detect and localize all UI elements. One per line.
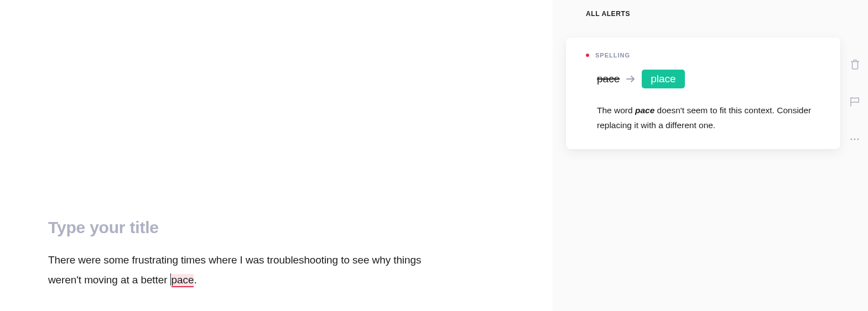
body-text[interactable]: There were some frustrating times where … bbox=[48, 250, 446, 290]
explanation-before: The word bbox=[597, 106, 635, 115]
more-icon bbox=[850, 138, 860, 141]
alert-category-label: SPELLING bbox=[595, 52, 630, 59]
suggestion-chip[interactable]: place bbox=[642, 70, 684, 88]
alert-wrap: SPELLING pace place The word pace doesn'… bbox=[553, 38, 868, 149]
original-word: pace bbox=[597, 73, 620, 85]
svg-point-1 bbox=[850, 138, 852, 140]
svg-point-3 bbox=[857, 138, 859, 140]
alerts-panel-header: ALL ALERTS bbox=[553, 10, 868, 18]
alert-explanation: The word pace doesn't seem to fit this c… bbox=[597, 103, 824, 133]
flag-alert-button[interactable] bbox=[849, 96, 860, 107]
svg-point-2 bbox=[854, 138, 855, 140]
alert-category-row: SPELLING bbox=[586, 52, 825, 59]
more-options-button[interactable] bbox=[849, 134, 860, 145]
document-editor[interactable]: Type your title There were some frustrat… bbox=[48, 218, 446, 290]
flag-icon bbox=[850, 97, 860, 107]
alert-category-dot-icon bbox=[586, 54, 589, 57]
body-before: There were some frustrating times where … bbox=[48, 254, 421, 286]
body-after: . bbox=[194, 274, 196, 286]
alerts-panel: ALL ALERTS SPELLING pace place The word … bbox=[553, 0, 868, 311]
suggestion-row: pace place bbox=[597, 70, 825, 88]
explanation-emphasis: pace bbox=[635, 106, 654, 115]
trash-icon bbox=[850, 59, 860, 70]
arrow-right-icon bbox=[626, 75, 635, 83]
alert-action-column bbox=[849, 59, 860, 145]
title-input-placeholder[interactable]: Type your title bbox=[48, 218, 446, 237]
flagged-word[interactable]: pace bbox=[171, 274, 194, 287]
text-cursor bbox=[170, 273, 171, 286]
alert-card[interactable]: SPELLING pace place The word pace doesn'… bbox=[566, 38, 840, 149]
dismiss-alert-button[interactable] bbox=[849, 59, 860, 70]
